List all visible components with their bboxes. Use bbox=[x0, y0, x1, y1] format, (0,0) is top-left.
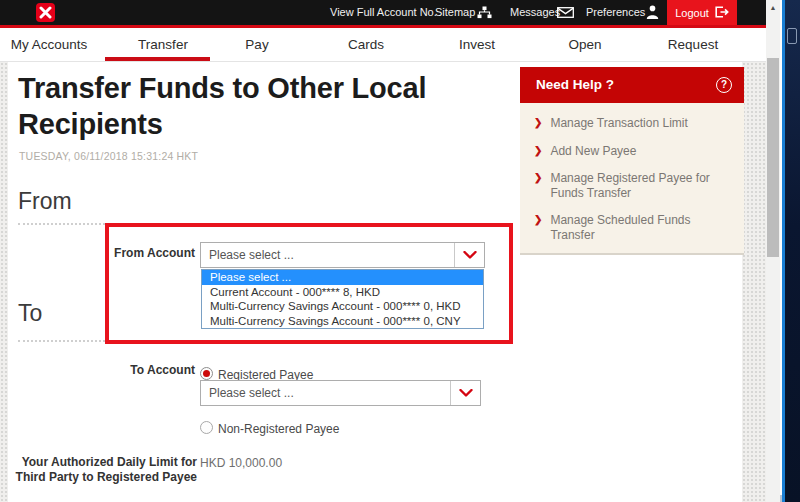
logout-button[interactable]: Logout bbox=[667, 0, 737, 25]
scroll-up-arrow-icon[interactable]: ▲ bbox=[766, 0, 780, 15]
primary-nav: My Accounts Transfer Pay Cards Invest Op… bbox=[0, 28, 766, 62]
need-help-header: Need Help ? ? bbox=[520, 67, 744, 103]
vertical-scrollbar[interactable]: ▲ bbox=[766, 0, 780, 502]
background-window-fragment bbox=[787, 28, 797, 44]
to-select-dropdown-button[interactable] bbox=[450, 381, 480, 405]
to-account-select-value: Please select ... bbox=[201, 386, 450, 400]
tab-open[interactable]: Open bbox=[568, 37, 601, 52]
tab-my-accounts[interactable]: My Accounts bbox=[11, 37, 88, 52]
dropdown-option-please-select[interactable]: Please select ... bbox=[202, 270, 483, 285]
page-timestamp: TUESDAY, 06/11/2018 15:31:24 HKT bbox=[19, 150, 198, 162]
bank-logo-icon[interactable] bbox=[36, 3, 55, 22]
chevron-right-icon: ❯ bbox=[534, 171, 542, 200]
from-section-heading: From bbox=[18, 188, 72, 215]
messages-link[interactable]: Messages bbox=[510, 6, 560, 19]
daily-limit-label-line2: Third Party to Registered Payee bbox=[16, 470, 197, 485]
active-tab-indicator bbox=[105, 57, 210, 61]
need-help-panel: ❯ Manage Transaction Limit ❯ Add New Pay… bbox=[520, 103, 744, 255]
right-margin-texture bbox=[742, 62, 766, 502]
utility-bar: View Full Account No. Sitemap Messages P… bbox=[0, 0, 766, 25]
registered-payee-radio[interactable] bbox=[200, 367, 213, 380]
help-link-label: Manage Scheduled Funds Transfer bbox=[550, 213, 722, 242]
logout-exit-icon bbox=[715, 6, 729, 20]
from-account-dropdown-list: Please select ... Current Account - 000*… bbox=[201, 269, 484, 329]
tab-invest[interactable]: Invest bbox=[459, 37, 495, 52]
desktop-background-strip bbox=[785, 0, 800, 502]
from-select-dropdown-button[interactable] bbox=[454, 243, 484, 267]
banking-transfer-page: View Full Account No. Sitemap Messages P… bbox=[0, 0, 800, 502]
dropdown-option-current-account[interactable]: Current Account - 000**** 8, HKD bbox=[202, 285, 483, 300]
left-margin-texture bbox=[0, 62, 8, 502]
tab-cards[interactable]: Cards bbox=[348, 37, 384, 52]
scrollbar-thumb[interactable] bbox=[767, 58, 779, 257]
to-section-divider bbox=[18, 340, 505, 342]
chevron-right-icon: ❯ bbox=[534, 116, 542, 131]
help-link-label: Manage Registered Payee for Funds Transf… bbox=[550, 171, 722, 200]
dropdown-option-mcs-hkd[interactable]: Multi-Currency Savings Account - 000****… bbox=[202, 299, 483, 314]
help-link-manage-scheduled-transfer[interactable]: ❯ Manage Scheduled Funds Transfer bbox=[534, 213, 730, 242]
daily-limit-value: HKD 10,000.00 bbox=[200, 456, 282, 470]
preferences-link[interactable]: Preferences bbox=[586, 6, 645, 19]
tab-request[interactable]: Request bbox=[668, 37, 718, 52]
messages-envelope-icon[interactable] bbox=[557, 7, 574, 20]
chevron-right-icon: ❯ bbox=[534, 213, 542, 242]
non-registered-payee-radio-label[interactable]: Non-Registered Payee bbox=[218, 422, 339, 436]
chevron-down-icon bbox=[459, 389, 473, 397]
question-circle-icon[interactable]: ? bbox=[716, 77, 732, 93]
to-account-select[interactable]: Please select ... bbox=[200, 380, 481, 406]
non-registered-payee-radio[interactable] bbox=[200, 421, 213, 434]
help-link-manage-registered-payee[interactable]: ❯ Manage Registered Payee for Funds Tran… bbox=[534, 171, 730, 200]
radio-selected-dot bbox=[203, 370, 210, 377]
help-link-manage-transaction-limit[interactable]: ❯ Manage Transaction Limit bbox=[534, 116, 730, 131]
from-section-divider bbox=[18, 223, 505, 225]
sitemap-icon[interactable] bbox=[477, 6, 492, 21]
from-account-select-value: Please select ... bbox=[201, 248, 454, 262]
to-section-heading: To bbox=[18, 300, 42, 327]
tab-transfer[interactable]: Transfer bbox=[138, 37, 188, 52]
help-link-add-new-payee[interactable]: ❯ Add New Payee bbox=[534, 144, 730, 159]
from-account-label: From Account bbox=[114, 246, 195, 260]
logout-label: Logout bbox=[675, 7, 709, 19]
from-account-select[interactable]: Please select ... bbox=[200, 242, 485, 268]
help-link-label: Manage Transaction Limit bbox=[550, 116, 722, 131]
chevron-down-icon bbox=[463, 251, 477, 259]
view-full-account-link[interactable]: View Full Account No. bbox=[330, 6, 437, 19]
preferences-person-icon[interactable] bbox=[646, 5, 659, 21]
page-title: Transfer Funds to Other Local Recipients bbox=[18, 70, 523, 142]
sitemap-link[interactable]: Sitemap bbox=[435, 6, 475, 19]
daily-limit-label-line1: Your Authorized Daily Limit for bbox=[16, 455, 197, 470]
tab-pay[interactable]: Pay bbox=[245, 37, 268, 52]
daily-limit-label: Your Authorized Daily Limit for Third Pa… bbox=[16, 455, 197, 484]
dropdown-option-mcs-cny[interactable]: Multi-Currency Savings Account - 000****… bbox=[202, 314, 483, 329]
chevron-right-icon: ❯ bbox=[534, 144, 542, 159]
help-link-label: Add New Payee bbox=[550, 144, 722, 159]
to-account-label: To Account bbox=[130, 363, 195, 377]
need-help-title: Need Help ? bbox=[536, 77, 614, 92]
